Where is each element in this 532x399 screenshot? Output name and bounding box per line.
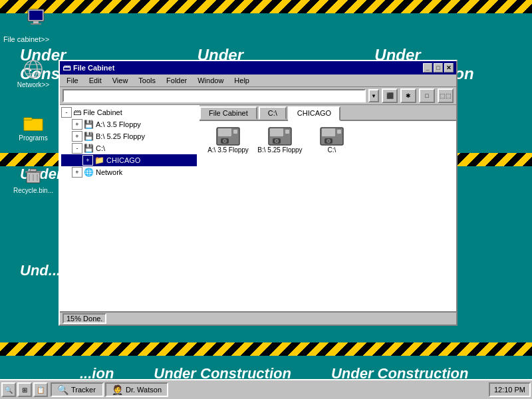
tree-label-chicago: CHICAGO [106, 156, 140, 164]
desktop-icon-programs[interactable]: Programs [13, 112, 53, 142]
taskbar-icon-3[interactable]: 📋 [33, 382, 48, 397]
svg-rect-9 [24, 119, 43, 131]
tree-panel: - 🗃 File Cabinet + 💾 A:\ 3.5 Floppy + 💾 … [60, 105, 200, 311]
taskbar-clock: 12:10 PM [489, 382, 531, 397]
svg-rect-3 [31, 23, 41, 25]
tracker-icon: 🔍 [57, 384, 68, 395]
status-bar: 15% Done. [60, 311, 456, 325]
close-button[interactable]: ✕ [444, 63, 454, 72]
menu-help[interactable]: Help [229, 75, 255, 86]
tree-label-a: A:\ 3.5 Floppy [96, 120, 141, 128]
expander-a[interactable]: + [72, 119, 82, 130]
status-text: 15% Done. [63, 313, 106, 324]
expander-c[interactable]: - [72, 143, 82, 154]
tree-item-a[interactable]: + 💾 A:\ 3.5 Floppy [61, 118, 197, 130]
floppy-icon-c: 💾 [84, 144, 94, 153]
network-label: Network>> [17, 81, 49, 88]
desktop-icon-monitor[interactable] [16, 7, 56, 29]
svg-rect-31 [337, 130, 341, 134]
recycle-icon [23, 164, 44, 186]
titlebar-controls: _ □ ✕ [423, 63, 454, 72]
window-toolbar: ▼ ⬛ ✱ □ ⬚⬚ [60, 87, 456, 105]
file-icon-b [267, 126, 293, 146]
drwatson-icon: 🤵 [112, 384, 123, 395]
tree-item-network[interactable]: + 🌐 Network [61, 166, 197, 178]
breadcrumb: File cabinet>> [3, 35, 49, 43]
svg-point-28 [276, 140, 277, 142]
expander-chicago[interactable]: + [82, 155, 93, 166]
svg-rect-25 [285, 130, 289, 134]
tab-chicago[interactable]: CHICAGO [288, 106, 340, 121]
svg-rect-24 [270, 128, 283, 136]
menu-window[interactable]: Window [192, 75, 229, 86]
taskbar-tracker-btn[interactable]: 🔍 Tracker [51, 382, 104, 397]
menu-folder[interactable]: Folder [161, 75, 192, 86]
floppy-icon-a: 💾 [84, 120, 94, 129]
floppy-icon-b: 💾 [84, 132, 94, 141]
drwatson-label: Dr. Watson [126, 386, 162, 394]
svg-point-22 [224, 140, 225, 142]
svg-point-34 [328, 140, 329, 142]
tree-label-c: C:\ [96, 144, 105, 152]
menu-file[interactable]: File [61, 75, 84, 86]
svg-rect-30 [322, 128, 335, 136]
maximize-button[interactable]: □ [434, 63, 443, 72]
taskbar-icon-2[interactable]: ⊞ [17, 382, 32, 397]
expander-network[interactable]: + [72, 167, 82, 178]
toolbar-btn-4[interactable]: ⬚⬚ [438, 88, 454, 103]
menu-edit[interactable]: Edit [84, 75, 107, 86]
address-bar[interactable] [63, 89, 366, 102]
file-item-a[interactable]: A:\ 3.5 Floppy [205, 126, 251, 154]
stripe-top [0, 0, 532, 13]
content-tabs: File Cabinet C:\ CHICAGO [200, 105, 456, 121]
folder-icon-root: 🗃 [73, 108, 81, 117]
file-label-a: A:\ 3.5 Floppy [207, 146, 249, 154]
file-item-b[interactable]: B:\ 5.25 Floppy [257, 126, 303, 154]
address-dropdown[interactable]: ▼ [368, 89, 379, 102]
stripe-bottom [0, 342, 532, 356]
toolbar-btn-2[interactable]: ✱ [400, 88, 416, 103]
svg-rect-10 [24, 118, 32, 120]
toolbar-btn-3[interactable]: □ [419, 88, 435, 103]
toolbar-btn-1[interactable]: ⬛ [382, 88, 398, 103]
window-menubar: File Edit View Tools Folder Window Help [60, 74, 456, 87]
recycle-label: Recycle.bin... [13, 187, 53, 194]
network-icon [23, 59, 44, 80]
tree-item-c[interactable]: - 💾 C:\ [61, 142, 197, 154]
file-icon-c [319, 126, 345, 146]
menu-view[interactable]: View [107, 75, 134, 86]
file-item-c[interactable]: C:\ [309, 126, 355, 154]
tree-item-root[interactable]: - 🗃 File Cabinet [61, 106, 197, 118]
taskbar-start-area: 🔍 ⊞ 📋 [1, 382, 48, 397]
programs-label: Programs [19, 134, 47, 142]
svg-rect-2 [33, 21, 39, 23]
taskbar-apps: 🔍 Tracker 🤵 Dr. Watson [51, 382, 489, 397]
tab-c[interactable]: C:\ [259, 106, 287, 120]
desktop-icon-network[interactable]: Network>> [13, 59, 53, 88]
svg-rect-19 [233, 130, 237, 134]
folder-icon-chicago: 📁 [94, 156, 104, 165]
programs-icon [23, 112, 44, 133]
menu-tools[interactable]: Tools [133, 75, 161, 86]
titlebar-left: 🗃 File Cabinet [63, 63, 114, 72]
svg-rect-18 [218, 128, 231, 136]
expander-root[interactable]: - [61, 107, 72, 118]
content-area: A:\ 3.5 Floppy B:\ 5.25 F [200, 121, 456, 311]
svg-rect-1 [29, 11, 43, 20]
taskbar-icon-1[interactable]: 🔍 [1, 382, 16, 397]
expander-b[interactable]: + [72, 131, 82, 142]
file-label-b: B:\ 5.25 Floppy [257, 146, 302, 154]
tree-item-chicago[interactable]: + 📁 CHICAGO [61, 154, 197, 166]
window-titlebar: 🗃 File Cabinet _ □ ✕ [60, 61, 456, 74]
desktop-icon-recycle[interactable]: Recycle.bin... [13, 164, 53, 194]
tab-file-cabinet[interactable]: File Cabinet [200, 106, 257, 120]
svg-rect-13 [30, 169, 37, 172]
taskbar-drwatson-btn[interactable]: 🤵 Dr. Watson [105, 382, 168, 397]
content-panel: File Cabinet C:\ CHICAGO [200, 105, 456, 311]
minimize-button[interactable]: _ [423, 63, 432, 72]
window-title-icon: 🗃 [63, 63, 70, 72]
file-icon-a [215, 126, 241, 146]
tracker-label: Tracker [71, 386, 96, 394]
window-content: - 🗃 File Cabinet + 💾 A:\ 3.5 Floppy + 💾 … [60, 105, 456, 311]
tree-item-b[interactable]: + 💾 B:\ 5.25 Floppy [61, 130, 197, 142]
